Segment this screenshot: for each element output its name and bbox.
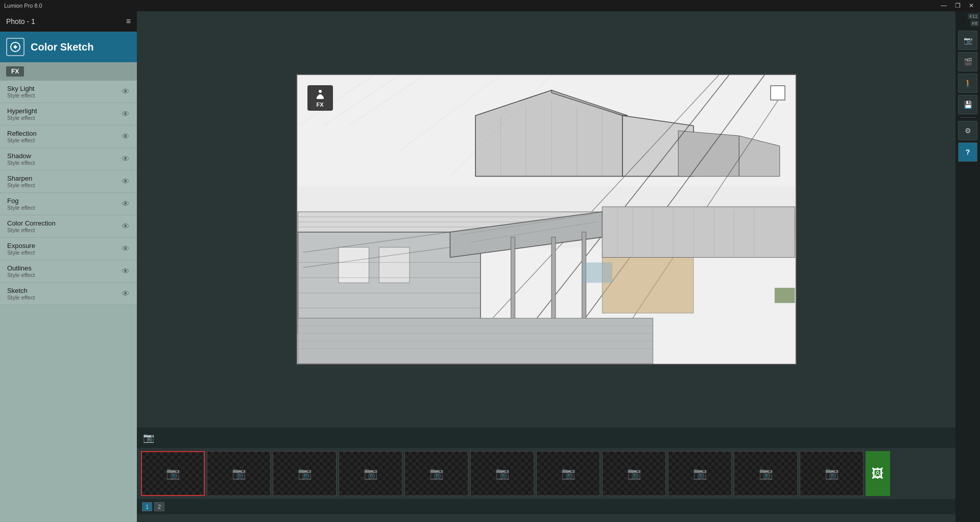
- effect-item[interactable]: Exposure Style effect 👁: [0, 238, 137, 260]
- thumbnail[interactable]: 📷: [141, 451, 205, 496]
- effect-name: Reflection: [7, 130, 37, 137]
- right-toolbar: F11 F8 📷 🎬 🚶 💾 ⚙ ?: [955, 11, 980, 522]
- fx-overlay-button[interactable]: FX: [307, 85, 333, 111]
- page-button[interactable]: 1: [142, 502, 152, 511]
- eye-icon[interactable]: 👁: [122, 87, 130, 96]
- effect-item[interactable]: Shadow Style effect 👁: [0, 148, 137, 170]
- thumbnails-row: 📷📷📷📷📷📷📷📷📷📷📷🖼: [137, 448, 955, 499]
- add-photo-thumbnail[interactable]: 🖼: [866, 451, 890, 496]
- person-toolbar-button[interactable]: 🚶: [958, 73, 977, 93]
- f11-label: F11: [968, 13, 979, 19]
- effect-name: Shadow: [7, 152, 35, 160]
- thumbnail[interactable]: 📷: [734, 451, 798, 496]
- effect-name: Sharpen: [7, 175, 35, 182]
- movie-toolbar-button[interactable]: 🎬: [958, 52, 977, 71]
- eye-icon[interactable]: 👁: [122, 267, 130, 276]
- title-bar: Lumion Pro 8.0 — ❐ ✕: [0, 0, 980, 11]
- camera-thumbnail-icon: 📷: [561, 467, 575, 480]
- eye-icon[interactable]: 👁: [122, 155, 130, 164]
- gear-icon: ⚙: [965, 127, 971, 135]
- thumbnail[interactable]: 📷: [800, 451, 864, 496]
- person-icon: 🚶: [964, 79, 972, 87]
- effect-item[interactable]: Fog Style effect 👁: [0, 193, 137, 215]
- fx-overlay-text: FX: [316, 102, 323, 108]
- center-content: FX: [137, 11, 955, 522]
- fx-person-icon: [315, 89, 326, 102]
- svg-rect-2: [319, 94, 322, 95]
- camera-thumbnail-icon: 📷: [693, 467, 707, 480]
- camera-icon: 📷: [964, 36, 972, 44]
- camera-thumbnail-icon: 📷: [232, 467, 246, 480]
- window-controls: — ❐ ✕: [939, 2, 976, 9]
- page-button[interactable]: 2: [154, 502, 164, 511]
- eye-icon[interactable]: 👁: [122, 132, 130, 141]
- eye-icon[interactable]: 👁: [122, 110, 130, 119]
- eye-icon[interactable]: 👁: [122, 177, 130, 186]
- camera-thumbnail-icon: 📷: [759, 467, 773, 480]
- effect-item[interactable]: Outlines Style effect 👁: [0, 260, 137, 283]
- camera-thumbnail-icon: 📷: [298, 467, 312, 480]
- thumbnail[interactable]: 📷: [536, 451, 600, 496]
- help-icon: ?: [966, 148, 970, 156]
- effect-name: Hyperlight: [7, 107, 37, 115]
- effect-sub: Style effect: [7, 205, 35, 211]
- eye-icon[interactable]: 👁: [122, 244, 130, 254]
- effect-sub: Style effect: [7, 250, 35, 256]
- effect-name: Color Correction: [7, 219, 56, 227]
- effect-icon: [6, 38, 25, 56]
- svg-rect-40: [602, 207, 795, 257]
- thumbnail[interactable]: 📷: [470, 451, 534, 496]
- effect-sub: Style effect: [7, 272, 35, 278]
- app-title: Lumion Pro 8.0: [4, 3, 42, 9]
- svg-rect-24: [338, 247, 369, 283]
- settings-toolbar-button[interactable]: ⚙: [958, 121, 977, 140]
- effect-item[interactable]: Hyperlight Style effect 👁: [0, 103, 137, 126]
- corner-preview-box: [770, 85, 785, 101]
- photo-title: Photo - 1: [6, 17, 35, 26]
- camera-toolbar-button[interactable]: 📷: [958, 31, 977, 50]
- effect-sub: Style effect: [7, 294, 35, 301]
- thumbnail[interactable]: 📷: [207, 451, 271, 496]
- thumbnail[interactable]: 📷: [602, 451, 666, 496]
- effect-item[interactable]: Sharpen Style effect 👁: [0, 170, 137, 193]
- effect-item[interactable]: Sketch Style effect 👁: [0, 283, 137, 305]
- effect-item[interactable]: Color Correction Style effect 👁: [0, 215, 137, 238]
- movie-icon: 🎬: [964, 58, 972, 66]
- close-button[interactable]: ✕: [967, 2, 976, 9]
- help-toolbar-button[interactable]: ?: [958, 142, 977, 162]
- eye-icon[interactable]: 👁: [122, 222, 130, 231]
- effect-item[interactable]: Reflection Style effect 👁: [0, 126, 137, 148]
- fx-tab[interactable]: FX: [0, 62, 137, 81]
- svg-rect-38: [774, 288, 795, 303]
- camera-thumbnail-icon: 📷: [825, 467, 839, 480]
- save-toolbar-button[interactable]: 💾: [958, 95, 977, 114]
- camera-thumbnail-icon: 📷: [495, 467, 509, 480]
- effect-sub: Style effect: [7, 92, 35, 98]
- maximize-button[interactable]: ❐: [953, 2, 963, 9]
- svg-rect-36: [602, 253, 694, 313]
- scene-viewport: [297, 75, 796, 364]
- eye-icon[interactable]: 👁: [122, 289, 130, 299]
- thumbnail[interactable]: 📷: [668, 451, 732, 496]
- save-icon: 💾: [964, 101, 972, 109]
- effect-item[interactable]: Sky Light Style effect 👁: [0, 81, 137, 103]
- menu-icon[interactable]: ≡: [126, 17, 131, 26]
- fx-label[interactable]: FX: [6, 66, 24, 77]
- viewport: FX: [137, 11, 955, 428]
- minimize-button[interactable]: —: [939, 2, 949, 9]
- effect-name: Sketch: [7, 287, 35, 294]
- effect-name: Exposure: [7, 242, 35, 250]
- effect-title: Color Sketch: [31, 41, 93, 53]
- thumbnail[interactable]: 📷: [404, 451, 468, 496]
- effect-header: Color Sketch: [0, 32, 137, 62]
- effect-sub: Style effect: [7, 137, 37, 143]
- effect-sub: Style effect: [7, 182, 35, 188]
- thumbnail[interactable]: 📷: [339, 451, 402, 496]
- camera-thumbnail-icon: 📷: [627, 467, 641, 480]
- thumbnail[interactable]: 📷: [273, 451, 337, 496]
- eye-icon[interactable]: 👁: [122, 200, 130, 209]
- camera-thumbnail-icon: 📷: [364, 467, 377, 480]
- main-layout: Photo - 1 ≡ Color Sketch FX Sky Light St…: [0, 11, 980, 522]
- f8-label: F8: [970, 20, 979, 27]
- svg-marker-8: [678, 131, 739, 176]
